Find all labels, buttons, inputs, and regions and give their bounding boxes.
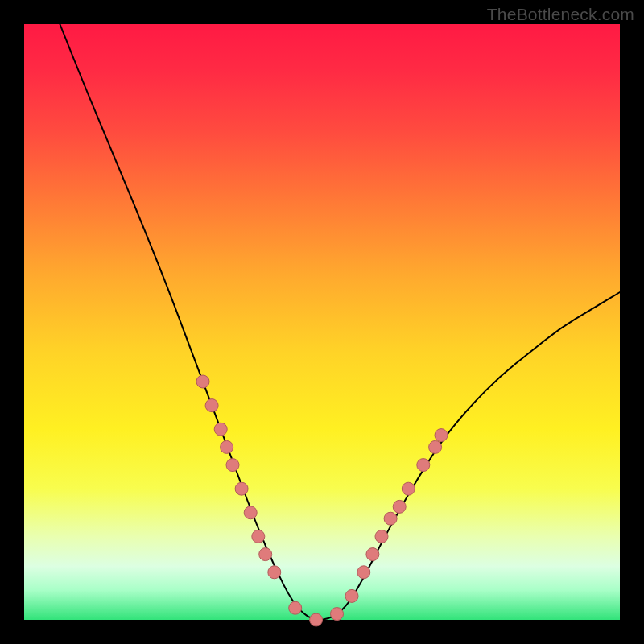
data-marker [259,548,272,561]
data-marker [357,566,370,579]
data-marker [345,589,358,602]
data-marker [226,459,239,472]
data-marker [402,482,415,495]
data-marker [235,482,248,495]
data-marker [214,423,227,436]
data-marker [429,440,442,453]
watermark-text: TheBottleneck.com [487,5,634,24]
data-marker [244,506,257,519]
data-marker [310,613,323,626]
data-marker [289,601,302,614]
chart-frame: TheBottleneck.com [0,0,644,644]
data-marker [366,548,379,561]
data-marker [268,566,281,579]
bottleneck-curve [60,24,620,620]
data-marker [331,608,344,621]
chart-overlay [24,24,620,620]
data-marker [252,530,265,543]
data-marker [384,512,397,525]
data-markers [196,375,448,626]
data-marker [435,429,448,442]
data-marker [375,530,388,543]
data-marker [205,399,218,412]
data-marker [417,459,430,472]
data-marker [393,500,406,513]
data-marker [196,375,209,388]
data-marker [221,440,233,453]
